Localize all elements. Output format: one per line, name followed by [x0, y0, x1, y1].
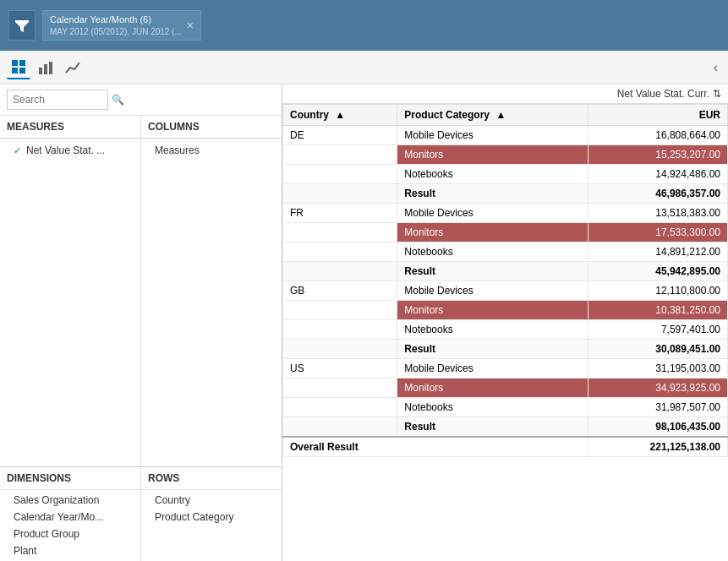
country-cell	[283, 242, 397, 262]
country-cell	[283, 145, 397, 165]
category-cell: Monitors	[397, 223, 588, 242]
value-cell: 34,923,925.00	[588, 379, 727, 398]
bar-chart-icon[interactable]	[34, 56, 57, 79]
category-cell: Mobile Devices	[397, 204, 588, 223]
dimensions-header: DIMENSIONS	[0, 467, 141, 489]
data-table: Country ▲ Product Category ▲ EUR DEMobil…	[282, 104, 728, 457]
rows-list: Country Product Category	[141, 490, 282, 561]
measures-header: MEASURES	[0, 116, 141, 138]
sort-settings-icon[interactable]: ⇅	[713, 88, 721, 100]
row-product-category[interactable]: Product Category	[141, 509, 282, 526]
svg-rect-2	[12, 68, 18, 74]
left-panel: 🔍 MEASURES COLUMNS Net Value Stat. ... M…	[0, 84, 282, 561]
country-cell	[283, 165, 397, 184]
country-cell: DE	[283, 126, 397, 145]
table-toolbar: Net Value Stat. Curr. ⇅	[282, 84, 728, 104]
table-row: Monitors34,923,925.00	[283, 379, 728, 398]
country-sort-icon[interactable]: ▲	[335, 109, 345, 121]
dim-product-group[interactable]: Product Group	[0, 526, 140, 542]
value-cell: 31,195,003.00	[588, 359, 727, 379]
search-icon[interactable]: 🔍	[112, 94, 124, 106]
table-row: Monitors17,533,300.00	[283, 223, 728, 242]
table-row: Notebooks31,987,507.00	[283, 398, 728, 417]
value-cell: 46,986,357.00	[588, 184, 727, 204]
header: Calendar Year/Month (6) MAY 2012 (05/201…	[0, 0, 728, 51]
filter-icon-button[interactable]	[8, 10, 36, 41]
filter-tag-detail: MAY 2012 (05/2012), JUN 2012 (...	[50, 26, 182, 37]
rows-header: ROWS	[141, 467, 282, 489]
value-cell: 17,533,300.00	[588, 223, 727, 242]
svg-rect-4	[39, 68, 42, 74]
value-cell: 16,808,664.00	[588, 126, 727, 145]
category-cell: Mobile Devices	[397, 281, 588, 301]
dimensions-list: Sales Organization Calendar Year/Mo... P…	[0, 490, 141, 561]
country-cell	[283, 398, 397, 417]
row-country[interactable]: Country	[141, 492, 282, 509]
country-cell: FR	[283, 204, 397, 223]
filter-tag-title: Calendar Year/Month (6)	[50, 14, 182, 25]
col-header-product-category: Product Category ▲	[397, 105, 588, 126]
overall-result-row: Overall Result221,125,138.00	[283, 437, 728, 457]
column-item-measures[interactable]: Measures	[141, 142, 282, 159]
category-cell: Monitors	[397, 301, 588, 320]
category-cell: Notebooks	[397, 242, 588, 262]
category-cell: Result	[397, 340, 588, 359]
value-cell: 13,518,383.00	[588, 204, 727, 223]
category-cell: Result	[397, 417, 588, 438]
measure-item-net-value[interactable]: Net Value Stat. ...	[0, 142, 140, 159]
columns-header: COLUMNS	[141, 116, 282, 138]
grid-view-icon[interactable]	[7, 56, 30, 79]
table-header-row: Country ▲ Product Category ▲ EUR	[283, 105, 728, 126]
svg-rect-6	[49, 62, 52, 74]
value-cell: 98,106,435.00	[588, 417, 727, 438]
table-row: GBMobile Devices12,110,800.00	[283, 281, 728, 301]
table-row: Result30,089,451.00	[283, 340, 728, 359]
search-box: 🔍	[0, 84, 282, 116]
collapse-panel-button[interactable]: ‹	[710, 57, 721, 79]
table-row: Result45,942,895.00	[283, 262, 728, 281]
country-cell	[283, 223, 397, 242]
table-row: Notebooks7,597,401.00	[283, 320, 728, 340]
category-cell: Notebooks	[397, 398, 588, 417]
value-cell: 30,089,451.00	[588, 340, 727, 359]
category-cell: Notebooks	[397, 165, 588, 184]
table-row: Result98,106,435.00	[283, 417, 728, 438]
table-row: DEMobile Devices16,808,664.00	[283, 126, 728, 145]
value-cell: 14,891,212.00	[588, 242, 727, 262]
panel-section-headers: MEASURES COLUMNS	[0, 116, 282, 139]
value-cell: 45,942,895.00	[588, 262, 727, 281]
country-cell	[283, 417, 397, 438]
table-row: Result46,986,357.00	[283, 184, 728, 204]
category-cell: Monitors	[397, 379, 588, 398]
country-cell	[283, 320, 397, 340]
panel-content: Net Value Stat. ... Measures	[0, 139, 282, 466]
svg-rect-5	[44, 64, 47, 74]
country-cell	[283, 379, 397, 398]
table-row: Notebooks14,924,486.00	[283, 165, 728, 184]
category-cell: Notebooks	[397, 320, 588, 340]
svg-rect-0	[12, 60, 18, 66]
table-measure-label: Net Value Stat. Curr.	[617, 88, 709, 100]
filter-tag: Calendar Year/Month (6) MAY 2012 (05/201…	[42, 10, 201, 41]
table-row: Notebooks14,891,212.00	[283, 242, 728, 262]
value-cell: 15,253,207.00	[588, 145, 727, 165]
search-input[interactable]	[7, 90, 108, 110]
overall-result-label: Overall Result	[283, 437, 588, 457]
dim-calendar-year[interactable]: Calendar Year/Mo...	[0, 509, 140, 526]
columns-section: Measures	[141, 139, 282, 466]
country-cell: US	[283, 359, 397, 379]
category-sort-icon[interactable]: ▲	[495, 109, 506, 121]
right-panel: Net Value Stat. Curr. ⇅ Country ▲ Produc…	[282, 84, 728, 561]
dim-sales-org[interactable]: Sales Organization	[0, 492, 140, 509]
overall-result-value: 221,125,138.00	[588, 437, 727, 457]
filter-close-icon[interactable]: ×	[187, 19, 194, 32]
dim-plant[interactable]: Plant	[0, 542, 140, 559]
line-chart-icon[interactable]	[61, 56, 85, 79]
category-cell: Result	[397, 262, 588, 281]
value-cell: 7,597,401.00	[588, 320, 727, 340]
col-header-eur: EUR	[588, 105, 727, 126]
country-cell	[283, 184, 397, 204]
country-cell	[283, 262, 397, 281]
col-header-country: Country ▲	[283, 105, 397, 126]
country-cell	[283, 301, 397, 320]
